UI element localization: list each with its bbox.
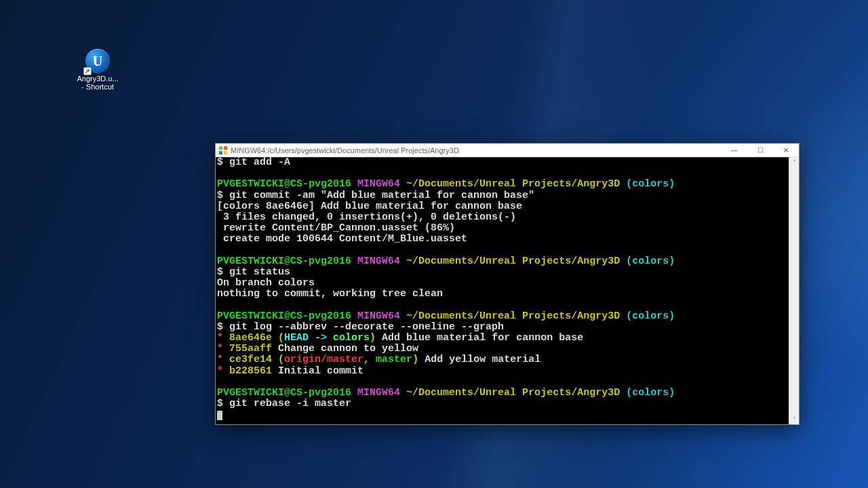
- prompt-path: ~/Documents/Unreal Projects/Angry3D: [406, 310, 620, 322]
- close-button[interactable]: ✕: [773, 144, 799, 157]
- prompt-path: ~/Documents/Unreal Projects/Angry3D: [406, 256, 620, 267]
- prompt-shell: MINGW64: [357, 387, 400, 399]
- commit-output-line: rewrite Content/BP_Cannon.uasset (86%): [217, 222, 455, 234]
- prompt-path: ~/Documents/Unreal Projects/Angry3D: [406, 387, 620, 399]
- cmd-git-add: git add -A: [229, 157, 290, 168]
- log-msg: Change cannon to yellow: [272, 343, 418, 354]
- prompt-branch: colors: [632, 387, 669, 399]
- terminal-cursor: [217, 411, 222, 420]
- prompt-branch: colors: [632, 256, 669, 267]
- cmd-git-status: git status: [229, 266, 290, 278]
- log-hash: ce3fe14: [229, 354, 272, 365]
- log-msg: Initial commit: [272, 365, 363, 377]
- prompt-branch: colors: [632, 310, 669, 322]
- window-titlebar[interactable]: MINGW64:/c/Users/pvgestwicki/Documents/U…: [216, 144, 799, 157]
- shortcut-label: Angry3D.u... - Shortcut: [77, 75, 118, 91]
- prompt-user-host: PVGESTWICKI@CS-pvg2016: [217, 256, 351, 267]
- desktop-background: U ↗ Angry3D.u... - Shortcut MINGW64:/c/U…: [0, 0, 868, 488]
- log-msg: Add blue material for cannon base: [376, 332, 583, 344]
- commit-output-line: [colors 8ae646e] Add blue material for c…: [217, 201, 522, 212]
- terminal-scrollbar[interactable]: ˄ ˅: [789, 157, 799, 424]
- prompt-path: ~/Documents/Unreal Projects/Angry3D: [406, 178, 620, 190]
- log-remote-ref: origin/master: [284, 354, 363, 365]
- unreal-engine-icon: U ↗: [85, 49, 110, 73]
- shortcut-arrow-icon: ↗: [83, 67, 92, 75]
- prompt-shell: MINGW64: [357, 256, 400, 267]
- prompt-branch: colors: [632, 178, 669, 190]
- svg-rect-1: [224, 146, 227, 149]
- svg-rect-2: [219, 150, 222, 154]
- cmd-git-commit: git commit -am "Add blue material for ca…: [229, 190, 534, 201]
- prompt-user-host: PVGESTWICKI@CS-pvg2016: [217, 178, 351, 190]
- prompt-user-host: PVGESTWICKI@CS-pvg2016: [217, 387, 351, 399]
- window-title: MINGW64:/c/Users/pvgestwicki/Documents/U…: [231, 146, 722, 155]
- mingw-app-icon: [218, 146, 228, 155]
- maximize-button[interactable]: ☐: [747, 144, 773, 157]
- svg-rect-3: [224, 150, 227, 154]
- prompt-shell: MINGW64: [357, 178, 400, 190]
- icon-glyph: U: [93, 54, 102, 69]
- cmd-git-rebase: git rebase -i master: [229, 398, 351, 409]
- minimize-button[interactable]: —: [722, 144, 747, 157]
- desktop-shortcut-angry3d[interactable]: U ↗ Angry3D.u... - Shortcut: [73, 49, 122, 91]
- commit-output-line: 3 files changed, 0 insertions(+), 0 dele…: [217, 211, 516, 223]
- terminal-window: MINGW64:/c/Users/pvgestwicki/Documents/U…: [215, 143, 800, 425]
- log-head-ref: HEAD ->: [284, 332, 333, 344]
- log-msg: Add yellow material: [418, 354, 540, 365]
- log-hash: 8ae646e: [229, 332, 272, 344]
- window-controls: — ☐ ✕: [722, 144, 799, 157]
- svg-rect-0: [219, 146, 222, 149]
- scroll-up-button[interactable]: ˄: [789, 157, 799, 167]
- log-hash: b228561: [229, 365, 272, 377]
- terminal-output[interactable]: $ git add -A PVGESTWICKI@CS-pvg2016 MING…: [216, 157, 789, 424]
- scroll-down-button[interactable]: ˅: [789, 414, 799, 424]
- status-output-line: On branch colors: [217, 277, 315, 289]
- prompt-user-host: PVGESTWICKI@CS-pvg2016: [217, 310, 351, 322]
- status-output-line: nothing to commit, working tree clean: [217, 288, 443, 300]
- cmd-git-log: git log --abbrev --decorate --oneline --…: [229, 321, 504, 333]
- commit-output-line: create mode 100644 Content/M_Blue.uasset: [217, 233, 467, 245]
- log-branch-ref: master: [376, 354, 412, 365]
- log-branch-ref: colors: [333, 332, 370, 344]
- prompt-shell: MINGW64: [357, 310, 400, 322]
- log-hash: 755aaff: [229, 343, 272, 354]
